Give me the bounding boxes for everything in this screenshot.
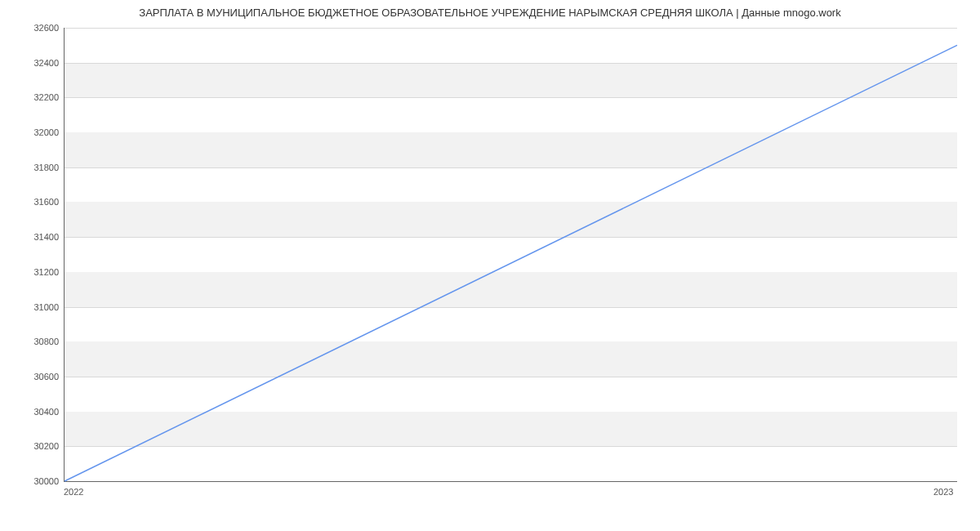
plot-area <box>64 28 957 482</box>
y-tick-label: 30800 <box>10 337 59 346</box>
y-tick-label: 32600 <box>10 23 59 33</box>
y-tick-label: 30400 <box>10 407 59 417</box>
chart-container: ЗАРПЛАТА В МУНИЦИПАЛЬНОЕ БЮДЖЕТНОЕ ОБРАЗ… <box>0 0 980 531</box>
y-tick-label: 31200 <box>10 267 59 277</box>
y-tick-label: 32000 <box>10 127 59 137</box>
y-tick-label: 32200 <box>10 92 59 102</box>
line-series <box>65 28 957 481</box>
chart-title: ЗАРПЛАТА В МУНИЦИПАЛЬНОЕ БЮДЖЕТНОЕ ОБРАЗ… <box>0 7 980 19</box>
y-tick-label: 31400 <box>10 232 59 242</box>
y-tick-label: 31000 <box>10 302 59 312</box>
x-tick-label: 2022 <box>64 487 83 497</box>
y-tick-label: 30000 <box>10 476 59 486</box>
y-tick-label: 30600 <box>10 372 59 382</box>
x-tick-label: 2023 <box>933 487 953 497</box>
y-tick-label: 32400 <box>10 58 59 68</box>
y-tick-label: 31800 <box>10 163 59 172</box>
y-tick-label: 31600 <box>10 197 59 207</box>
y-tick-label: 30200 <box>10 441 59 451</box>
